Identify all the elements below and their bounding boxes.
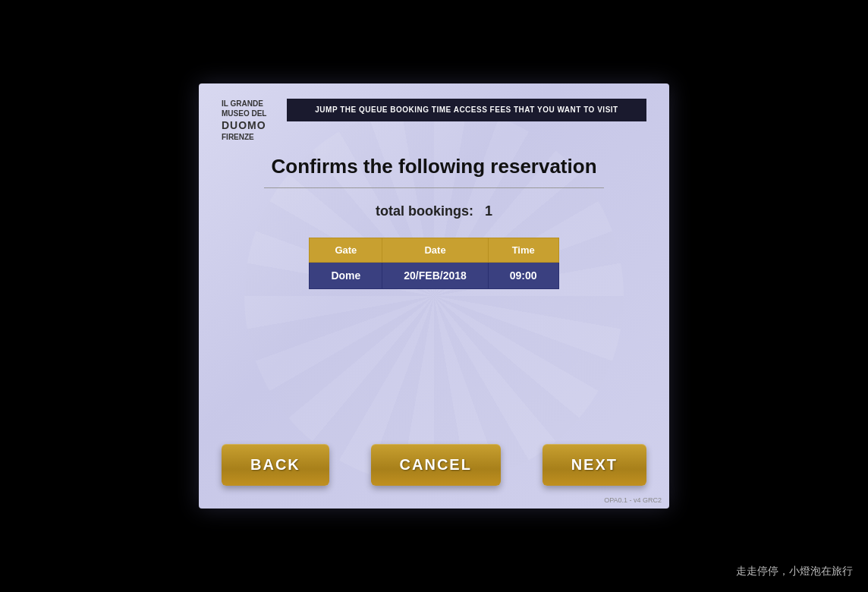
logo: IL GRANDE MUSEO DEL DUOMO FIRENZE <box>222 99 275 142</box>
next-button[interactable]: NEXT <box>542 444 646 486</box>
watermark: 走走停停，小燈泡在旅行 <box>736 565 853 578</box>
action-buttons: BACK CANCEL NEXT <box>222 444 646 486</box>
reservation-table: Gate Date Time Dome 20/FEB/2018 09:00 <box>309 238 558 289</box>
divider <box>264 187 604 188</box>
logo-line4: FIRENZE <box>222 133 254 141</box>
table-row: Dome 20/FEB/2018 09:00 <box>310 262 558 288</box>
page-title: Confirms the following reservation <box>271 154 596 180</box>
logo-line3: DUOMO <box>222 119 266 131</box>
banner-text: JUMP THE QUEUE BOOKING TIME ACCESS FEES … <box>315 105 618 114</box>
version-label: OPA0.1 - v4 GRC2 <box>604 496 662 504</box>
cell-time: 09:00 <box>488 262 558 288</box>
col-date: Date <box>382 238 489 262</box>
back-button[interactable]: BACK <box>222 444 329 486</box>
bookings-label: total bookings: <box>376 203 473 219</box>
banner: JUMP THE QUEUE BOOKING TIME ACCESS FEES … <box>287 99 646 121</box>
bookings-count: total bookings: 1 <box>376 203 492 219</box>
bookings-number: 1 <box>485 203 492 219</box>
cell-date: 20/FEB/2018 <box>382 262 489 288</box>
logo-line2: MUSEO DEL <box>222 109 266 118</box>
logo-line1: IL GRANDE <box>222 99 263 108</box>
col-time: Time <box>488 238 558 262</box>
cell-gate: Dome <box>310 262 382 288</box>
kiosk-screen: IL GRANDE MUSEO DEL DUOMO FIRENZE JUMP T… <box>199 83 669 509</box>
col-gate: Gate <box>310 238 382 262</box>
cancel-button[interactable]: CANCEL <box>371 444 501 486</box>
header: IL GRANDE MUSEO DEL DUOMO FIRENZE JUMP T… <box>222 99 646 142</box>
